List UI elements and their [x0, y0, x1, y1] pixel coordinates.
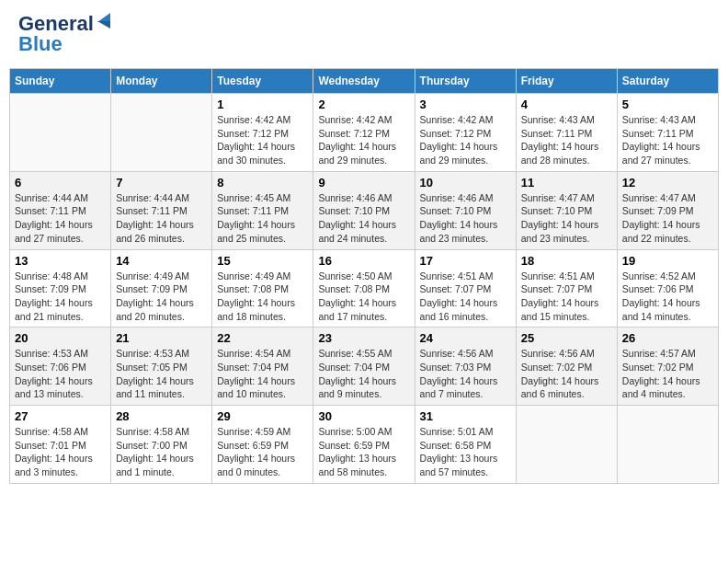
weekday-header: Friday — [516, 69, 617, 94]
calendar-cell: 10Sunrise: 4:46 AM Sunset: 7:10 PM Dayli… — [415, 171, 516, 249]
calendar-cell: 31Sunrise: 5:01 AM Sunset: 6:58 PM Dayli… — [415, 406, 516, 484]
calendar-cell: 28Sunrise: 4:58 AM Sunset: 7:00 PM Dayli… — [111, 406, 212, 484]
logo-text: General — [18, 14, 94, 34]
day-info: Sunrise: 4:56 AM Sunset: 7:02 PM Dayligh… — [521, 347, 612, 401]
day-number: 16 — [318, 254, 409, 268]
weekday-header: Tuesday — [212, 69, 313, 94]
calendar-week-row: 13Sunrise: 4:48 AM Sunset: 7:09 PM Dayli… — [10, 249, 719, 327]
calendar-cell — [617, 406, 718, 484]
calendar-cell: 26Sunrise: 4:57 AM Sunset: 7:02 PM Dayli… — [617, 327, 718, 406]
day-number: 1 — [217, 98, 308, 111]
day-number: 27 — [15, 409, 106, 423]
day-number: 4 — [521, 98, 612, 111]
calendar-week-row: 6Sunrise: 4:44 AM Sunset: 7:11 PM Daylig… — [10, 171, 719, 249]
calendar-cell: 15Sunrise: 4:49 AM Sunset: 7:08 PM Dayli… — [212, 249, 313, 327]
day-number: 24 — [420, 331, 511, 345]
weekday-header: Thursday — [415, 69, 516, 94]
calendar-cell: 21Sunrise: 4:53 AM Sunset: 7:05 PM Dayli… — [111, 327, 212, 406]
day-info: Sunrise: 4:43 AM Sunset: 7:11 PM Dayligh… — [521, 113, 612, 167]
day-number: 15 — [217, 254, 308, 268]
day-number: 2 — [318, 98, 409, 111]
logo-blue-text: Blue — [18, 34, 63, 54]
day-info: Sunrise: 4:53 AM Sunset: 7:05 PM Dayligh… — [116, 347, 207, 401]
day-info: Sunrise: 4:46 AM Sunset: 7:10 PM Dayligh… — [420, 191, 511, 246]
day-number: 7 — [116, 176, 207, 190]
day-info: Sunrise: 4:46 AM Sunset: 7:10 PM Dayligh… — [318, 191, 409, 246]
day-info: Sunrise: 4:51 AM Sunset: 7:07 PM Dayligh… — [420, 270, 511, 324]
calendar-cell: 13Sunrise: 4:48 AM Sunset: 7:09 PM Dayli… — [10, 249, 111, 327]
calendar-cell: 9Sunrise: 4:46 AM Sunset: 7:10 PM Daylig… — [313, 171, 415, 249]
day-info: Sunrise: 4:43 AM Sunset: 7:11 PM Dayligh… — [622, 113, 713, 167]
weekday-header: Saturday — [617, 69, 718, 94]
day-number: 9 — [318, 176, 409, 190]
day-number: 3 — [420, 98, 511, 111]
calendar-cell: 2Sunrise: 4:42 AM Sunset: 7:12 PM Daylig… — [313, 94, 415, 172]
calendar-cell: 29Sunrise: 4:59 AM Sunset: 6:59 PM Dayli… — [212, 406, 313, 484]
day-number: 29 — [217, 409, 308, 423]
calendar-cell: 7Sunrise: 4:44 AM Sunset: 7:11 PM Daylig… — [111, 171, 212, 249]
calendar-cell: 6Sunrise: 4:44 AM Sunset: 7:11 PM Daylig… — [10, 171, 111, 249]
day-info: Sunrise: 4:47 AM Sunset: 7:09 PM Dayligh… — [622, 191, 713, 246]
calendar-cell: 23Sunrise: 4:55 AM Sunset: 7:04 PM Dayli… — [313, 327, 415, 406]
calendar-cell: 20Sunrise: 4:53 AM Sunset: 7:06 PM Dayli… — [10, 327, 111, 406]
calendar-week-row: 1Sunrise: 4:42 AM Sunset: 7:12 PM Daylig… — [10, 94, 719, 172]
weekday-header: Monday — [111, 69, 212, 94]
day-number: 31 — [420, 409, 511, 423]
day-number: 12 — [622, 176, 713, 190]
calendar-cell: 12Sunrise: 4:47 AM Sunset: 7:09 PM Dayli… — [617, 171, 718, 249]
day-number: 30 — [318, 409, 409, 423]
day-info: Sunrise: 5:00 AM Sunset: 6:59 PM Dayligh… — [318, 425, 409, 479]
calendar-cell: 11Sunrise: 4:47 AM Sunset: 7:10 PM Dayli… — [516, 171, 617, 249]
calendar-cell: 5Sunrise: 4:43 AM Sunset: 7:11 PM Daylig… — [617, 94, 718, 172]
calendar-cell: 19Sunrise: 4:52 AM Sunset: 7:06 PM Dayli… — [617, 249, 718, 327]
day-info: Sunrise: 5:01 AM Sunset: 6:58 PM Dayligh… — [420, 425, 511, 479]
day-number: 18 — [521, 254, 612, 268]
day-info: Sunrise: 4:42 AM Sunset: 7:12 PM Dayligh… — [217, 113, 308, 167]
calendar-cell: 14Sunrise: 4:49 AM Sunset: 7:09 PM Dayli… — [111, 249, 212, 327]
calendar-cell: 24Sunrise: 4:56 AM Sunset: 7:03 PM Dayli… — [415, 327, 516, 406]
day-info: Sunrise: 4:44 AM Sunset: 7:11 PM Dayligh… — [116, 191, 207, 246]
calendar-cell — [516, 406, 617, 484]
day-info: Sunrise: 4:50 AM Sunset: 7:08 PM Dayligh… — [318, 270, 409, 324]
day-number: 20 — [15, 331, 106, 345]
logo: General Blue — [18, 14, 110, 54]
day-info: Sunrise: 4:55 AM Sunset: 7:04 PM Dayligh… — [318, 347, 409, 401]
day-info: Sunrise: 4:57 AM Sunset: 7:02 PM Dayligh… — [622, 347, 713, 401]
day-number: 22 — [217, 331, 308, 345]
day-info: Sunrise: 4:58 AM Sunset: 7:00 PM Dayligh… — [116, 425, 207, 479]
calendar-cell: 4Sunrise: 4:43 AM Sunset: 7:11 PM Daylig… — [516, 94, 617, 172]
day-info: Sunrise: 4:52 AM Sunset: 7:06 PM Dayligh… — [622, 270, 713, 324]
calendar-week-row: 27Sunrise: 4:58 AM Sunset: 7:01 PM Dayli… — [10, 406, 719, 484]
day-number: 21 — [116, 331, 207, 345]
calendar-cell: 17Sunrise: 4:51 AM Sunset: 7:07 PM Dayli… — [415, 249, 516, 327]
weekday-header: Sunday — [10, 69, 111, 94]
calendar-cell: 30Sunrise: 5:00 AM Sunset: 6:59 PM Dayli… — [313, 406, 415, 484]
day-number: 25 — [521, 331, 612, 345]
day-number: 13 — [15, 254, 106, 268]
day-info: Sunrise: 4:53 AM Sunset: 7:06 PM Dayligh… — [15, 347, 106, 401]
calendar-cell — [10, 94, 111, 172]
day-info: Sunrise: 4:49 AM Sunset: 7:09 PM Dayligh… — [116, 270, 207, 324]
calendar-cell: 18Sunrise: 4:51 AM Sunset: 7:07 PM Dayli… — [516, 249, 617, 327]
calendar-cell: 27Sunrise: 4:58 AM Sunset: 7:01 PM Dayli… — [10, 406, 111, 484]
day-info: Sunrise: 4:54 AM Sunset: 7:04 PM Dayligh… — [217, 347, 308, 401]
day-info: Sunrise: 4:59 AM Sunset: 6:59 PM Dayligh… — [217, 425, 308, 479]
calendar-cell: 25Sunrise: 4:56 AM Sunset: 7:02 PM Dayli… — [516, 327, 617, 406]
calendar-cell: 1Sunrise: 4:42 AM Sunset: 7:12 PM Daylig… — [212, 94, 313, 172]
weekday-header: Wednesday — [313, 69, 415, 94]
calendar-header-row: SundayMondayTuesdayWednesdayThursdayFrid… — [10, 69, 719, 94]
day-number: 6 — [15, 176, 106, 190]
day-number: 23 — [318, 331, 409, 345]
calendar-cell: 8Sunrise: 4:45 AM Sunset: 7:11 PM Daylig… — [212, 171, 313, 249]
day-info: Sunrise: 4:42 AM Sunset: 7:12 PM Dayligh… — [420, 113, 511, 167]
day-number: 11 — [521, 176, 612, 190]
day-info: Sunrise: 4:42 AM Sunset: 7:12 PM Dayligh… — [318, 113, 409, 167]
day-info: Sunrise: 4:47 AM Sunset: 7:10 PM Dayligh… — [521, 191, 612, 246]
day-info: Sunrise: 4:48 AM Sunset: 7:09 PM Dayligh… — [15, 270, 106, 324]
day-number: 26 — [622, 331, 713, 345]
calendar-week-row: 20Sunrise: 4:53 AM Sunset: 7:06 PM Dayli… — [10, 327, 719, 406]
calendar-cell: 3Sunrise: 4:42 AM Sunset: 7:12 PM Daylig… — [415, 94, 516, 172]
day-number: 8 — [217, 176, 308, 190]
day-info: Sunrise: 4:44 AM Sunset: 7:11 PM Dayligh… — [15, 191, 106, 246]
day-info: Sunrise: 4:51 AM Sunset: 7:07 PM Dayligh… — [521, 270, 612, 324]
